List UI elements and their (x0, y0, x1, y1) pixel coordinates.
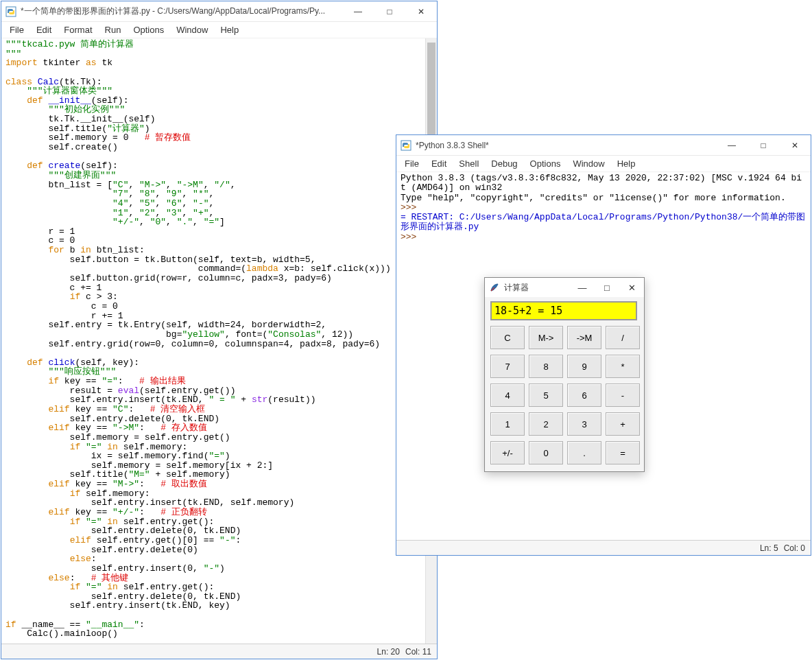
calc-key-M[interactable]: ->M (567, 326, 601, 349)
calc-maximize-button[interactable]: □ (595, 278, 619, 297)
editor-maximize-button[interactable]: □ (374, 1, 405, 22)
shell-banner-2: Type "help", "copyright", "credits" or "… (401, 193, 786, 203)
menu-help[interactable]: Help (215, 23, 244, 36)
shell-menu-options[interactable]: Options (525, 157, 566, 170)
shell-title-text: *Python 3.8.3 Shell* (416, 141, 716, 150)
calc-key-[interactable]: / (606, 326, 640, 349)
calc-minimize-button[interactable]: — (570, 278, 595, 297)
calc-key-2[interactable]: 2 (529, 412, 563, 436)
python-file-icon (5, 6, 16, 17)
calc-key-[interactable]: = (606, 441, 640, 464)
shell-banner-1: Python 3.8.3 (tags/v3.8.3:6f8c832, May 1… (401, 173, 802, 193)
shell-minimize-button[interactable]: — (716, 135, 748, 156)
calc-key-[interactable]: + (606, 412, 640, 436)
calc-key-5[interactable]: 5 (529, 384, 563, 407)
menu-file[interactable]: File (4, 23, 29, 36)
calc-key-6[interactable]: 6 (567, 384, 601, 407)
shell-statusbar: Ln: 5 Col: 0 (396, 540, 811, 555)
code-editor[interactable]: """tkcalc.pyw 简单的计算器 """ import tkinter … (1, 38, 437, 644)
shell-restart-line: = RESTART: C:/Users/Wang/AppData/Local/P… (401, 212, 805, 232)
menu-window[interactable]: Window (171, 23, 213, 36)
calc-key-4[interactable]: 4 (490, 384, 525, 407)
menu-edit[interactable]: Edit (31, 23, 57, 36)
menu-options[interactable]: Options (128, 23, 169, 36)
shell-menu-debug[interactable]: Debug (486, 157, 523, 170)
calc-key-M[interactable]: M-> (529, 326, 563, 349)
calc-key-7[interactable]: 7 (490, 355, 525, 378)
calc-key-3[interactable]: 3 (567, 412, 601, 436)
shell-titlebar[interactable]: *Python 3.8.3 Shell* — □ ✕ (396, 135, 811, 156)
calc-body: CM->->M/789*456-123++/-0.= (485, 297, 644, 471)
shell-menu-window[interactable]: Window (567, 157, 610, 170)
shell-prompt-2: >>> (401, 232, 416, 242)
calculator-window: 计算器 — □ ✕ CM->->M/789*456-123++/-0.= (484, 277, 645, 472)
editor-title-text: *一个简单的带图形界面的计算器.py - C:/Users/Wang/AppDa… (21, 5, 342, 17)
shell-status-ln: Ln: 5 (760, 543, 778, 553)
editor-statusbar: Ln: 20 Col: 11 (1, 644, 437, 659)
shell-status-col: Col: 0 (784, 543, 805, 553)
calc-key-0[interactable]: 0 (529, 441, 563, 464)
shell-menu-help[interactable]: Help (612, 157, 641, 170)
editor-titlebar[interactable]: *一个简单的带图形界面的计算器.py - C:/Users/Wang/AppDa… (1, 1, 437, 22)
calc-key-[interactable]: - (606, 384, 640, 407)
shell-maximize-button[interactable]: □ (748, 135, 779, 156)
shell-close-button[interactable]: ✕ (779, 135, 811, 156)
shell-menubar: File Edit Shell Debug Options Window Hel… (396, 156, 811, 172)
editor-minimize-button[interactable]: — (342, 1, 374, 22)
shell-menu-shell[interactable]: Shell (453, 157, 484, 170)
shell-menu-edit[interactable]: Edit (426, 157, 452, 170)
editor-status-ln: Ln: 20 (377, 647, 400, 657)
menu-run[interactable]: Run (99, 23, 127, 36)
calc-key-8[interactable]: 8 (529, 355, 563, 378)
calc-key-C[interactable]: C (490, 326, 525, 349)
calc-title-text: 计算器 (504, 282, 570, 294)
editor-close-button[interactable]: ✕ (405, 1, 437, 22)
calc-key-[interactable]: . (567, 441, 601, 464)
calc-titlebar[interactable]: 计算器 — □ ✕ (485, 278, 644, 297)
calc-key-9[interactable]: 9 (567, 355, 601, 378)
menu-format[interactable]: Format (58, 23, 97, 36)
calc-keypad: CM->->M/789*456-123++/-0.= (490, 326, 638, 464)
editor-window: *一个简单的带图形界面的计算器.py - C:/Users/Wang/AppDa… (1, 1, 438, 659)
tk-feather-icon (489, 282, 500, 293)
shell-menu-file[interactable]: File (399, 157, 425, 170)
editor-status-col: Col: 11 (405, 647, 431, 657)
calc-key-[interactable]: +/- (490, 441, 525, 464)
shell-prompt: >>> (401, 202, 416, 213)
python-shell-icon (401, 140, 411, 151)
calc-display[interactable] (490, 301, 637, 320)
calc-key-[interactable]: * (606, 355, 640, 378)
calc-close-button[interactable]: ✕ (619, 278, 644, 297)
calc-key-1[interactable]: 1 (490, 412, 525, 436)
editor-menubar: File Edit Format Run Options Window Help (1, 22, 437, 38)
